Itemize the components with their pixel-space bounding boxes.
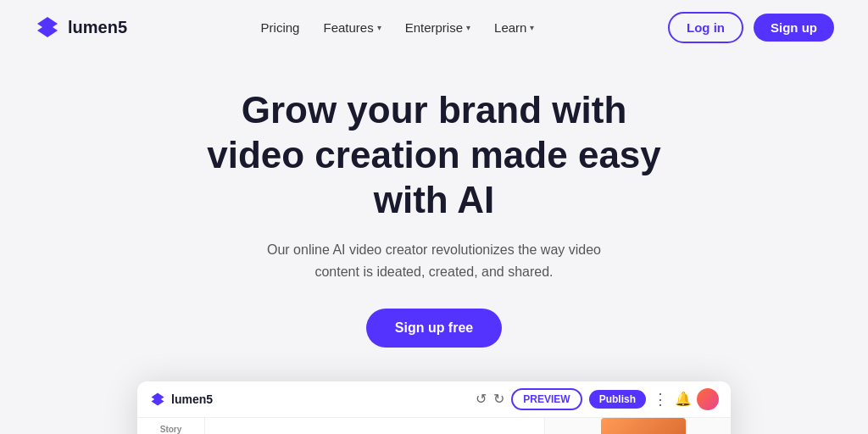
app-preview-bar: lumen5 ↺ ↻ PREVIEW Publish ⋮ 🔔 <box>137 381 731 418</box>
nav-learn[interactable]: Learn ▾ <box>494 20 534 35</box>
app-preview-body: Story Apply brand kit 00:15 <box>137 418 731 434</box>
redo-button[interactable]: ↻ <box>493 391 504 407</box>
signup-nav-button[interactable]: Sign up <box>754 14 834 42</box>
nav-pricing[interactable]: Pricing <box>261 20 300 35</box>
learn-chevron-icon: ▾ <box>530 23 534 32</box>
app-content: Apply brand kit <box>205 418 544 434</box>
hero-title: Grow your brand with video creation made… <box>188 88 680 222</box>
logo[interactable]: lumen5 <box>34 14 127 41</box>
app-preview: lumen5 ↺ ↻ PREVIEW Publish ⋮ 🔔 Story App… <box>137 381 731 434</box>
hero-subtitle: Our online AI video creator revolutioniz… <box>264 239 604 282</box>
avatar[interactable] <box>697 388 719 410</box>
app-logo-text: lumen5 <box>171 392 213 406</box>
nav-enterprise[interactable]: Enterprise ▾ <box>405 20 470 35</box>
preview-button[interactable]: PREVIEW <box>511 388 581 410</box>
app-preview-actions: ↺ ↻ PREVIEW Publish ⋮ 🔔 <box>476 388 719 410</box>
nav-features[interactable]: Features ▾ <box>323 20 381 35</box>
app-preview-logo: lumen5 <box>149 391 213 408</box>
nav-actions: Log in Sign up <box>668 12 834 43</box>
sidebar-label: Story <box>144 425 198 434</box>
features-chevron-icon: ▾ <box>377 23 381 32</box>
hero-section: Grow your brand with video creation made… <box>0 54 868 434</box>
signup-hero-button[interactable]: Sign up free <box>366 309 502 348</box>
nav-links: Pricing Features ▾ Enterprise ▾ Learn ▾ <box>261 20 535 35</box>
more-options-button[interactable]: ⋮ <box>653 390 668 409</box>
enterprise-chevron-icon: ▾ <box>466 23 470 32</box>
undo-button[interactable]: ↺ <box>476 391 487 407</box>
publish-button[interactable]: Publish <box>589 390 646 409</box>
app-sidebar: Story <box>137 418 205 434</box>
app-right-panel: 00:15 <box>544 418 731 434</box>
navbar: lumen5 Pricing Features ▾ Enterprise ▾ L… <box>0 0 868 54</box>
avatar-bell-group: 🔔 <box>675 388 719 410</box>
bell-icon: 🔔 <box>675 391 692 407</box>
login-button[interactable]: Log in <box>668 12 743 43</box>
thumbnail-preview <box>601 418 686 434</box>
logo-text: lumen5 <box>68 18 127 37</box>
